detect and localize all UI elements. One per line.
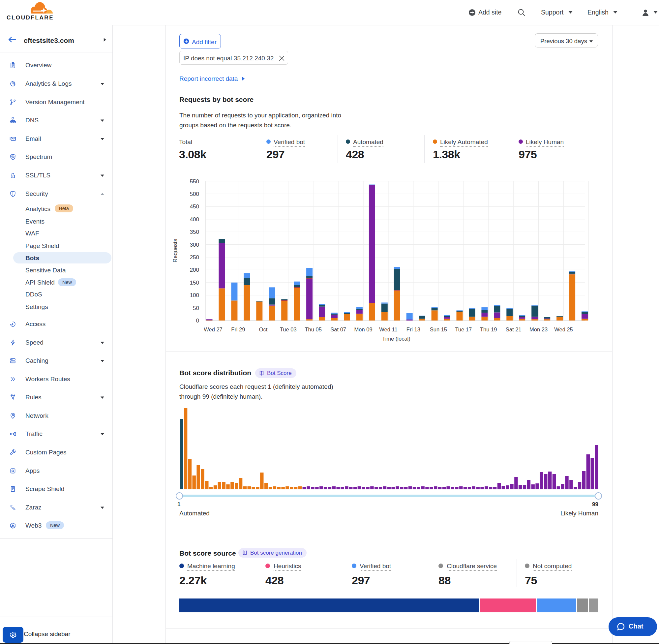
svg-text:550: 550: [190, 178, 199, 185]
svg-text:Wed 11: Wed 11: [379, 326, 397, 332]
svg-text:Fri 29: Fri 29: [231, 326, 245, 332]
svg-text:Requests: Requests: [172, 239, 178, 262]
svg-text:200: 200: [190, 267, 199, 273]
svg-text:Sun 15: Sun 15: [430, 326, 447, 332]
svg-text:Time (local): Time (local): [382, 336, 410, 342]
svg-text:Tue 17: Tue 17: [455, 326, 472, 332]
svg-text:450: 450: [190, 204, 199, 210]
svg-text:Wed 27: Wed 27: [204, 326, 222, 332]
svg-text:Sat 21: Sat 21: [506, 326, 521, 332]
svg-text:Oct: Oct: [259, 326, 268, 332]
svg-text:400: 400: [190, 216, 199, 223]
svg-text:350: 350: [190, 229, 199, 235]
svg-text:Wed 25: Wed 25: [554, 326, 573, 332]
svg-text:150: 150: [190, 280, 199, 286]
svg-text:0: 0: [196, 318, 199, 324]
svg-text:Thu 19: Thu 19: [480, 326, 497, 332]
svg-text:50: 50: [193, 305, 199, 311]
svg-text:Mon 09: Mon 09: [354, 326, 373, 332]
svg-text:Thu 05: Thu 05: [305, 326, 322, 332]
svg-text:Sat 07: Sat 07: [330, 326, 346, 332]
svg-text:250: 250: [190, 254, 199, 260]
svg-text:Mon 23: Mon 23: [529, 326, 547, 332]
svg-text:Fri 13: Fri 13: [406, 326, 420, 332]
svg-text:Tue 03: Tue 03: [280, 326, 297, 332]
svg-text:300: 300: [190, 242, 199, 248]
svg-text:500: 500: [190, 191, 199, 197]
svg-text:100: 100: [190, 292, 199, 298]
